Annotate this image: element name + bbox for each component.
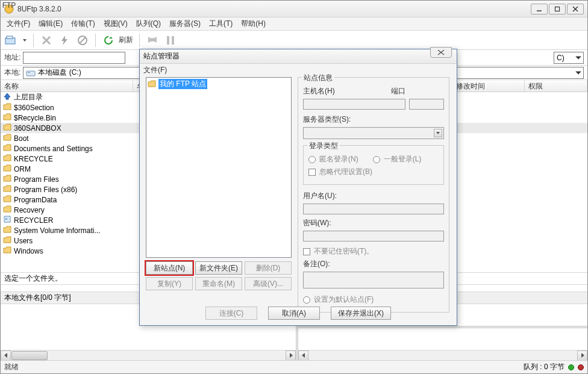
file-label: KRECYCLE (14, 155, 53, 163)
right-hscroll-wrap (298, 350, 587, 360)
svg-line-11 (80, 37, 86, 43)
menu-server[interactable]: 服务器(S) (166, 17, 204, 30)
local-filename-text: 本地文件名[0/0 字节] (4, 293, 71, 303)
folder-icon (3, 246, 11, 255)
maximize-button[interactable] (549, 4, 566, 14)
scroll-left-icon[interactable] (298, 351, 308, 361)
file-label: $Recycle.Bin (14, 114, 56, 122)
pause-icon[interactable] (164, 34, 177, 47)
scroll-thumb[interactable] (11, 351, 48, 360)
dialog-titlebar[interactable]: 站点管理器 (140, 49, 457, 64)
svg-rect-13 (172, 36, 174, 45)
dialog-bottom-buttons: 连接(C) 取消(A) 保存并退出(X) (140, 305, 457, 322)
login-type-group: 登录类型 匿名登录(N) 一般登录(L) 忽略代理设置(B) (303, 145, 444, 185)
dropdown-icon[interactable] (22, 35, 27, 46)
dialog-close-button[interactable] (430, 47, 452, 58)
file-label: Program Files (14, 175, 59, 184)
menubar: 文件(F) 编辑(E) 传输(T) 视图(V) 队列(Q) 服务器(S) 工具(… (1, 17, 587, 31)
ignore-proxy-checkbox (308, 169, 316, 176)
port-input[interactable] (409, 99, 444, 110)
col-name[interactable]: 名称 (1, 80, 133, 92)
default-site-label: 设置为默认站点(F) (314, 295, 374, 305)
svg-text:FTP: FTP (2, 1, 16, 10)
dialog-menu-file[interactable]: 文件(F) (143, 64, 170, 75)
menu-transfer[interactable]: 传输(T) (67, 17, 98, 30)
folder-icon (3, 113, 11, 122)
remember-not-label: 不要记住密码(T)。 (314, 246, 374, 257)
file-label: Program Files (x86) (14, 185, 77, 194)
anon-radio (308, 156, 316, 163)
svg-rect-7 (7, 36, 13, 39)
folder-icon (3, 236, 11, 245)
separator (95, 34, 96, 47)
port-select[interactable]: C) (554, 52, 584, 64)
close-button[interactable] (567, 4, 584, 14)
stop-icon[interactable] (146, 34, 159, 47)
file-label: 360SANDBOX (14, 124, 61, 132)
menu-view[interactable]: 视图(V) (100, 17, 131, 30)
site-info-legend: 站点信息 (302, 73, 334, 83)
scroll-left-icon[interactable] (1, 351, 11, 361)
folder-icon (3, 164, 11, 173)
dialog-left-pane: 我的 FTP 站点 新站点(N) 新文件夹(E) 删除(D) 复制(Y) 重命名… (142, 76, 295, 302)
scroll-right-icon[interactable] (577, 351, 587, 361)
folder-icon (3, 195, 11, 204)
menu-edit[interactable]: 编辑(E) (35, 17, 66, 30)
pass-input[interactable] (303, 231, 444, 242)
host-label: 主机名(H) (303, 86, 387, 96)
copy-button: 复制(Y) (146, 277, 193, 290)
up-arrow-icon (3, 93, 11, 102)
dialog-title: 站点管理器 (143, 51, 180, 61)
recycle-icon (3, 216, 11, 225)
file-label: Boot (14, 134, 29, 143)
refresh-icon[interactable] (102, 34, 115, 47)
col-perm[interactable]: 权限 (525, 80, 587, 92)
left-hscroll-wrap (1, 350, 296, 360)
site-manager-icon[interactable] (4, 34, 17, 47)
address-input[interactable] (23, 52, 125, 64)
folder-icon (148, 80, 156, 87)
col-mtime[interactable]: 修改时间 (452, 80, 525, 92)
hscrollbar-left[interactable] (1, 350, 296, 360)
tree-root-item[interactable]: 我的 FTP 站点 (148, 79, 290, 89)
new-folder-button[interactable]: 新文件夹(E) (195, 261, 242, 275)
host-input[interactable] (303, 99, 405, 110)
led-red-icon (578, 364, 584, 370)
cancel-button[interactable]: 取消(A) (268, 307, 320, 320)
tree-root-label: 我的 FTP 站点 (158, 79, 207, 89)
horizontal-splitter[interactable] (298, 326, 587, 328)
server-type-select[interactable] (303, 127, 444, 139)
window-title: 8UFtp 3.8.2.0 (17, 5, 531, 13)
menu-tools[interactable]: 工具(T) (205, 17, 236, 30)
svg-rect-3 (555, 7, 560, 11)
menu-help[interactable]: 帮助(H) (237, 17, 269, 30)
cancel-icon[interactable] (40, 34, 53, 47)
folder-icon (3, 134, 11, 143)
site-tree[interactable]: 我的 FTP 站点 (146, 77, 292, 258)
hscrollbar-right[interactable] (298, 350, 587, 360)
folder-icon (3, 154, 11, 163)
save-exit-button[interactable]: 保存并退出(X) (331, 307, 391, 320)
folder-icon (3, 185, 11, 194)
file-label: Users (14, 237, 33, 245)
file-label: System Volume Informati... (14, 226, 100, 235)
notes-textarea[interactable] (303, 272, 444, 288)
dialog-menubar: 文件(F) (140, 64, 457, 76)
file-label: RECYCLER (14, 216, 53, 225)
minimize-button[interactable] (531, 4, 548, 14)
menu-queue[interactable]: 队列(Q) (133, 17, 164, 30)
file-label: ProgramData (14, 196, 57, 204)
folder-icon (3, 205, 11, 214)
local-label: 本地: (4, 67, 20, 78)
scroll-right-icon[interactable] (286, 351, 296, 361)
menu-file[interactable]: 文件(F) (3, 17, 34, 30)
new-site-button[interactable]: 新站点(N) (146, 261, 193, 275)
remember-not-checkbox (303, 248, 310, 255)
advanced-button: 高级(V)... (245, 277, 292, 290)
drive-icon (26, 69, 36, 77)
quick-connect-icon[interactable] (58, 34, 71, 47)
disconnect-icon[interactable] (76, 34, 89, 47)
file-label: Documents and Settings (14, 145, 93, 153)
refresh-label[interactable]: 刷新 (119, 35, 133, 45)
user-input[interactable] (303, 204, 444, 214)
